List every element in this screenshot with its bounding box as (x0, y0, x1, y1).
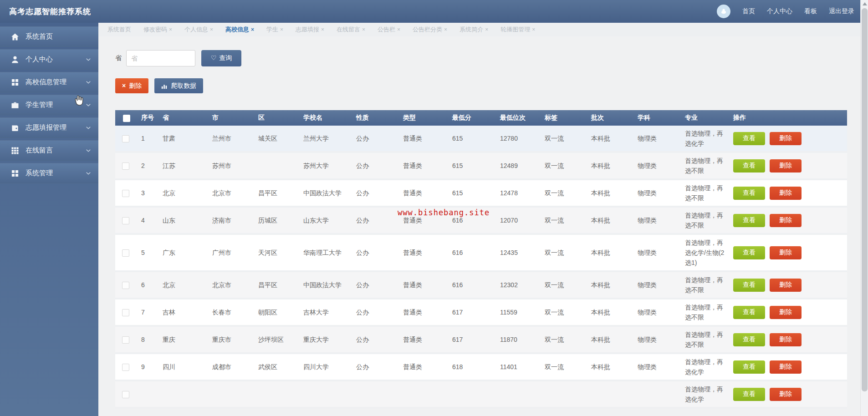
cell-province: 北京 (159, 179, 209, 207)
user-avatar[interactable] (717, 5, 730, 18)
column-header: 序号 (138, 110, 159, 126)
view-button[interactable]: 查看 (733, 187, 765, 200)
view-button[interactable]: 查看 (733, 306, 765, 319)
close-icon: × (122, 82, 126, 89)
scroll-up-arrow-icon[interactable] (863, 2, 867, 5)
row-checkbox[interactable] (122, 217, 129, 224)
row-checkbox[interactable] (122, 336, 129, 344)
tab-close-icon[interactable]: × (321, 26, 324, 33)
tab-bulletin-category[interactable]: 公告栏分类× (413, 25, 447, 34)
tab-close-icon[interactable]: × (485, 26, 488, 33)
nav-logout[interactable]: 退出登录 (829, 7, 854, 15)
cell-school: 苏州大学 (300, 152, 352, 179)
tab-system-home[interactable]: 系统首页 (107, 25, 131, 34)
tab-university-info[interactable]: 高校信息× (225, 25, 254, 34)
chevron-down-icon[interactable] (85, 101, 92, 109)
tab-close-icon[interactable]: × (251, 26, 254, 33)
tab-volunteer[interactable]: 志愿填报× (296, 25, 324, 34)
scrollbar-thumb[interactable] (862, 8, 868, 391)
cell-province: 广东 (159, 234, 209, 271)
row-delete-button[interactable]: 删除 (770, 333, 802, 346)
view-button[interactable]: 查看 (733, 246, 765, 259)
tab-system-intro[interactable]: 系统简介× (460, 25, 488, 34)
tab-bar: 系统首页修改密码×个人信息×高校信息×学生×志愿填报×在线留言×公告栏×公告栏分… (98, 23, 860, 36)
chevron-down-icon[interactable] (85, 147, 92, 154)
tab-close-icon[interactable]: × (444, 26, 447, 33)
row-checkbox[interactable] (122, 282, 129, 289)
row-checkbox[interactable] (122, 190, 129, 197)
cell-major: 首选物理，再选化学 (681, 353, 730, 380)
tab-personal-info[interactable]: 个人信息× (184, 25, 213, 34)
row-checkbox[interactable] (122, 162, 129, 170)
crawl-data-button[interactable]: 爬取数据 (154, 78, 203, 93)
cell-nature: 公办 (352, 152, 399, 179)
cell-type: 普通类 (399, 299, 449, 326)
sidebar-item-volunteer-mgmt[interactable]: 志愿填报管理 (0, 117, 98, 138)
row-checkbox[interactable] (122, 249, 129, 257)
column-header: 最低位次 (496, 110, 541, 126)
view-button[interactable]: 查看 (733, 279, 765, 292)
column-header: 操作 (730, 110, 847, 126)
row-checkbox[interactable] (122, 309, 129, 316)
row-delete-button[interactable]: 删除 (770, 360, 802, 374)
cell-min-score: 615 (449, 126, 496, 152)
cell-actions: 查看删除 (730, 207, 847, 234)
cell-school: 四川大学 (300, 353, 352, 380)
tab-close-icon[interactable]: × (362, 26, 365, 33)
row-delete-button[interactable]: 删除 (770, 214, 802, 227)
briefcase-icon (10, 101, 20, 110)
province-input[interactable] (126, 50, 195, 66)
table-row: 7吉林长春市朝阳区吉林大学公办普通类61711559双一流本科批物理类首选物理，… (115, 299, 847, 326)
row-delete-button[interactable]: 删除 (770, 279, 802, 292)
row-checkbox-cell (115, 207, 138, 234)
nav-personal-center[interactable]: 个人中心 (767, 7, 792, 15)
cell-min-rank: 12435 (496, 234, 541, 271)
tab-student[interactable]: 学生× (266, 25, 283, 34)
tab-close-icon[interactable]: × (210, 26, 213, 33)
row-delete-button[interactable]: 删除 (770, 306, 802, 319)
view-button[interactable]: 查看 (733, 333, 765, 346)
tab-close-icon[interactable]: × (397, 26, 400, 33)
nav-home[interactable]: 首页 (742, 7, 755, 15)
row-delete-button[interactable]: 删除 (770, 132, 802, 145)
tab-close-icon[interactable]: × (532, 26, 535, 33)
sidebar-item-university-info[interactable]: 高校信息管理 (0, 72, 98, 92)
chevron-down-icon[interactable] (85, 56, 92, 63)
chevron-down-icon[interactable] (85, 124, 92, 132)
cell-batch: 本科批 (587, 326, 634, 353)
row-checkbox[interactable] (122, 391, 129, 398)
chevron-down-icon[interactable] (85, 79, 92, 86)
row-checkbox[interactable] (122, 364, 129, 371)
tab-change-password[interactable]: 修改密码× (143, 25, 172, 34)
select-all-checkbox[interactable] (123, 115, 130, 122)
view-button[interactable]: 查看 (733, 159, 765, 172)
delete-button[interactable]: ×删除 (115, 78, 148, 93)
tab-carousel-mgmt[interactable]: 轮播图管理× (500, 25, 535, 34)
view-button[interactable]: 查看 (733, 132, 765, 145)
view-button[interactable]: 查看 (733, 214, 765, 227)
row-checkbox-cell (115, 126, 138, 152)
row-delete-button[interactable]: 删除 (770, 246, 802, 259)
view-button[interactable]: 查看 (733, 388, 765, 401)
sidebar-item-system-mgmt[interactable]: 系统管理 (0, 163, 98, 183)
chevron-down-icon[interactable] (85, 170, 92, 177)
row-checkbox[interactable] (122, 135, 129, 142)
tab-close-icon[interactable]: × (169, 26, 172, 33)
row-delete-button[interactable]: 删除 (770, 187, 802, 200)
tab-bulletin[interactable]: 公告栏× (378, 25, 400, 34)
top-header-bar: 高考志愿智能推荐系统 首页 个人中心 看板 退出登录 (0, 0, 868, 23)
nav-board[interactable]: 看板 (804, 7, 817, 15)
cell-subject: 物理类 (634, 271, 681, 299)
sidebar-item-online-message[interactable]: 在线留言 (0, 140, 98, 161)
vertical-scrollbar[interactable] (860, 0, 868, 416)
cell-major: 首选物理，再选不限 (681, 299, 730, 326)
row-delete-button[interactable]: 删除 (770, 388, 802, 401)
sidebar-item-personal-center[interactable]: 个人中心 (0, 49, 98, 70)
view-button[interactable]: 查看 (733, 360, 765, 374)
tab-online-message[interactable]: 在线留言× (337, 25, 365, 34)
query-button[interactable]: ♡查询 (201, 50, 241, 66)
tab-close-icon[interactable]: × (280, 26, 283, 33)
row-delete-button[interactable]: 删除 (770, 159, 802, 172)
sidebar-item-home[interactable]: 系统首页 (0, 26, 98, 47)
table-row: 1甘肃兰州市城关区兰州大学公办普通类61512780双一流本科批物理类首选物理，… (115, 126, 847, 152)
